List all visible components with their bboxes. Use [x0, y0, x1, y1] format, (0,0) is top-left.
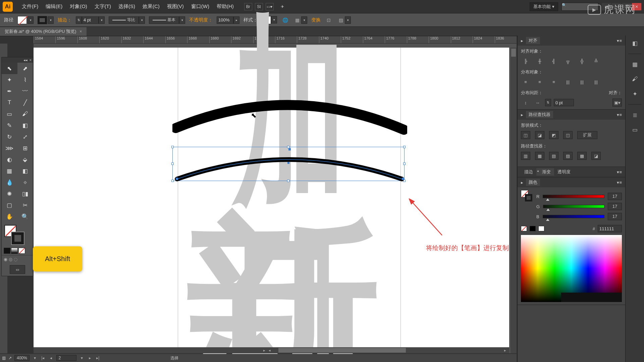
menu-type[interactable]: 文字(T) [91, 3, 115, 10]
document-tab[interactable]: 贺新春.ai* @ 400% (RGB/GPU 预览) × [0, 27, 87, 36]
menu-edit[interactable]: 编辑(E) [42, 3, 66, 10]
dist-vspace-icon[interactable]: ↕ [521, 99, 530, 107]
direct-selection-tool[interactable]: ⬈ [17, 63, 33, 74]
zoom-field[interactable]: 400% [14, 355, 30, 361]
anchor-point[interactable] [402, 178, 404, 180]
white-swatch-icon[interactable] [538, 226, 544, 231]
align-top-icon[interactable]: ╦ [563, 57, 573, 65]
artboard-number-field[interactable]: 2 [56, 355, 76, 361]
b-value[interactable]: 17 [608, 213, 622, 220]
horizontal-scrollbar[interactable]: ▸ ◂ ▸ [34, 347, 509, 353]
blend-tool[interactable]: ⟐ [17, 177, 33, 188]
g-slider[interactable] [543, 205, 604, 208]
color-guide-icon[interactable]: ◧ [630, 39, 640, 48]
scroll-play-icon[interactable]: ▸ [262, 348, 267, 353]
selection-tool[interactable]: ⬉ [2, 63, 17, 74]
zoom-tool[interactable]: 🔍 [17, 211, 33, 222]
anchor-point[interactable] [176, 178, 178, 180]
workspace-switcher[interactable]: 基本功能 ▾ [530, 2, 558, 11]
fill-stroke-indicator[interactable] [4, 224, 31, 246]
divide-icon[interactable]: ▥ [521, 152, 530, 160]
window-minimize-button[interactable]: — [612, 3, 621, 10]
panel-menu-icon[interactable]: ▾≡ [617, 112, 622, 117]
exclude-icon[interactable]: ◫ [563, 131, 573, 139]
panel-menu-icon[interactable]: ▾≡ [617, 38, 622, 43]
color-fillstroke-icon[interactable] [521, 190, 533, 202]
transparency-tab[interactable]: 透明度 [554, 168, 574, 176]
tools-panel-header[interactable]: ◂◂× [2, 57, 33, 63]
r-slider[interactable] [543, 195, 604, 198]
dist-hspace-icon[interactable]: ↔ [533, 99, 542, 107]
draw-normal-icon[interactable]: ◉ [4, 257, 7, 262]
stroke-swatch[interactable] [38, 16, 47, 24]
brushes-icon[interactable]: 🖌 [630, 75, 640, 83]
shape-builder-tool[interactable]: ◐ [2, 154, 17, 165]
window-sync-icon[interactable]: ⇄ [602, 3, 611, 10]
minus-back-icon[interactable]: ◪ [591, 152, 601, 160]
menu-select[interactable]: 选择(S) [115, 3, 139, 10]
menu-help[interactable]: 帮助(H) [213, 3, 237, 10]
align-hcenter-icon[interactable]: ╫ [535, 57, 544, 65]
prev-artboard-button[interactable]: ◂ [48, 356, 54, 360]
color-spectrum[interactable] [521, 235, 622, 302]
perspective-tool[interactable]: ⬙ [17, 154, 33, 165]
color-mode-button[interactable] [4, 248, 10, 254]
zoom-dropdown[interactable]: ▾ [32, 356, 38, 360]
free-transform-tool[interactable]: ⊞ [17, 142, 33, 154]
artboard-tool[interactable]: ▢ [2, 199, 17, 211]
status-menu-icon[interactable]: ▥ [2, 356, 6, 360]
none-mode-button[interactable] [18, 248, 25, 254]
first-artboard-button[interactable]: |◂ [40, 356, 46, 360]
align-tab[interactable]: 对齐 [526, 37, 540, 44]
dist-left-icon[interactable]: ||| [563, 78, 573, 86]
window-restore-button[interactable]: ❐ [622, 3, 631, 10]
menu-window[interactable]: 窗口(W) [187, 3, 213, 10]
align-left-icon[interactable]: ╠ [521, 57, 530, 65]
paintbrush-tool[interactable]: 🖌 [17, 108, 33, 120]
scale-tool[interactable]: ⤢ [17, 131, 33, 142]
gradient-mode-button[interactable] [11, 248, 18, 254]
merge-icon[interactable]: ▧ [549, 152, 558, 160]
chevron-icon[interactable]: ▸ [521, 38, 523, 43]
eraser-tool[interactable]: ◧ [17, 120, 33, 131]
align-right-icon[interactable]: ╣ [549, 57, 558, 65]
chevron-icon[interactable]: ▸ [521, 180, 523, 185]
dist-vcenter-icon[interactable]: ≡ [535, 78, 544, 86]
next-artboard-button[interactable]: ▸ [87, 356, 93, 360]
spacing-stepper[interactable]: ⇅ [545, 99, 551, 106]
stroke-indicator[interactable] [12, 232, 24, 244]
last-artboard-button[interactable]: ▸| [95, 356, 101, 360]
chevron-icon[interactable]: ▸ [521, 112, 523, 117]
rotate-tool[interactable]: ↻ [2, 131, 17, 142]
black-swatch-icon[interactable] [530, 226, 536, 231]
artboards-icon[interactable]: ▭ [630, 125, 640, 134]
gradient-tool[interactable]: ◧ [17, 165, 33, 177]
anchor-point[interactable] [288, 148, 291, 150]
menu-effect[interactable]: 效果(C) [139, 3, 163, 10]
align-bottom-icon[interactable]: ╩ [591, 57, 601, 65]
fill-dropdown[interactable]: ▾ [28, 16, 34, 24]
tab-close-icon[interactable]: × [79, 29, 82, 34]
align-vcenter-icon[interactable]: ╬ [577, 57, 587, 65]
opacity-field[interactable] [217, 16, 233, 24]
status-export-icon[interactable]: ↗ [8, 356, 12, 360]
intersect-icon[interactable]: ◩ [549, 131, 558, 139]
unite-icon[interactable]: ◫ [521, 131, 530, 139]
dist-right-icon[interactable]: ||| [591, 78, 601, 86]
vertical-scrollbar[interactable] [511, 48, 517, 353]
align-to-button[interactable]: ▣▾ [612, 99, 622, 107]
symbol-sprayer-tool[interactable]: ✺ [2, 188, 17, 199]
outline-icon[interactable]: ▩ [577, 152, 587, 160]
menu-file[interactable]: 文件(F) [18, 3, 42, 10]
draw-behind-icon[interactable]: ◎ [9, 257, 12, 262]
panel-menu-icon[interactable]: ▾≡ [617, 180, 622, 185]
g-value[interactable]: 17 [608, 203, 622, 210]
window-close-button[interactable]: ✕ [632, 3, 641, 10]
brush-preview[interactable]: 基本 [149, 16, 179, 24]
brush-stroke-top[interactable] [172, 91, 407, 135]
type-tool[interactable]: T [2, 97, 17, 108]
menu-object[interactable]: 对象(O) [66, 3, 91, 10]
slice-tool[interactable]: ✂ [17, 199, 33, 211]
profile-preview[interactable]: 等比 [109, 16, 139, 24]
stroke-label[interactable]: 描边： [58, 17, 72, 23]
